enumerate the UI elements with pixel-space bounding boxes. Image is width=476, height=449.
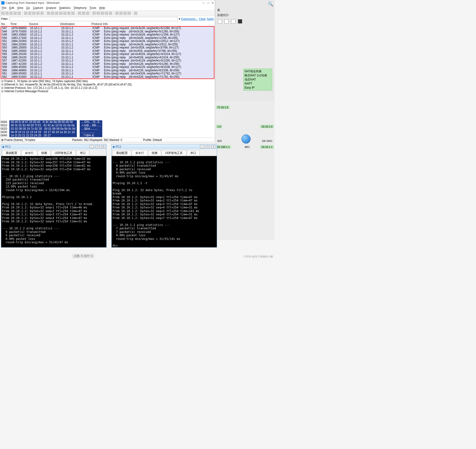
- packet-row[interactable]: 5501883.1720010.10.1.210.10.1.1ICMPEcho …: [1, 36, 214, 40]
- toolbar-icon[interactable]: [82, 12, 85, 15]
- search-icon[interactable]: 🔍: [268, 1, 273, 7]
- toolbar-icon[interactable]: [1, 12, 5, 15]
- toolbar-icon[interactable]: [92, 12, 96, 15]
- packet-row[interactable]: 5551886.2810010.10.1.110.10.1.2ICMPEcho …: [1, 53, 214, 56]
- toolbar-icon[interactable]: [109, 12, 112, 15]
- packet-row[interactable]: 5491883.1560010.10.1.110.10.1.2ICMPEcho …: [1, 33, 214, 36]
- packet-row[interactable]: 5561886.2810010.10.1.210.10.1.1ICMPEcho …: [1, 56, 214, 59]
- filter-input[interactable]: [9, 17, 178, 21]
- packet-row[interactable]: 5621889.5160010.10.1.210.10.1.1ICMPEcho …: [1, 75, 214, 79]
- filter-dropdown-icon[interactable]: ▾: [179, 17, 180, 21]
- maximize-button[interactable]: □: [207, 1, 209, 5]
- menu-tools[interactable]: Tools: [90, 6, 96, 10]
- packet-row[interactable]: 5511884.2030010.10.1.110.10.1.2ICMPEcho …: [1, 40, 214, 43]
- menu-capture[interactable]: Capture: [33, 6, 43, 10]
- packet-row[interactable]: 5601888.4690010.10.1.210.10.1.1ICMPEcho …: [1, 69, 214, 72]
- toolbar-icon[interactable]: [96, 12, 100, 15]
- toolbar-icon[interactable]: [36, 12, 40, 15]
- toolbar-icon[interactable]: [123, 12, 127, 15]
- menu-go[interactable]: Go: [26, 6, 30, 10]
- tree-item[interactable]: Frame 1: 74 bytes on wire (592 bits), 74…: [1, 79, 214, 83]
- toolbar-icon[interactable]: [78, 12, 81, 15]
- packet-tree[interactable]: Frame 1: 74 bytes on wire (592 bits), 74…: [0, 79, 215, 93]
- toolbar-icon[interactable]: [9, 12, 13, 15]
- toolbar-icon[interactable]: [59, 12, 62, 15]
- toolbar-icon[interactable]: [63, 12, 66, 15]
- col-time[interactable]: Time: [10, 22, 29, 26]
- expression-link[interactable]: Expression...: [181, 17, 198, 21]
- toolbar-icon[interactable]: [18, 12, 21, 15]
- toolbar-icon[interactable]: [32, 12, 36, 15]
- toolbar-icon[interactable]: [101, 12, 104, 15]
- toolbar-icon[interactable]: [47, 12, 50, 15]
- toolbar-icon[interactable]: [51, 12, 54, 15]
- tab-0[interactable]: 基础配置: [2, 150, 21, 156]
- menu-view[interactable]: View: [17, 6, 23, 10]
- close-button[interactable]: x: [101, 145, 105, 148]
- packet-row[interactable]: 5581887.4220010.10.1.210.10.1.1ICMPEcho …: [1, 62, 214, 66]
- toolbar-icon[interactable]: [24, 12, 27, 15]
- maximize-button[interactable]: □: [206, 145, 210, 148]
- col-source[interactable]: Source: [29, 22, 60, 26]
- tab-4[interactable]: 串口: [76, 150, 89, 156]
- menu-statistics[interactable]: Statistics: [59, 6, 71, 10]
- packet-row[interactable]: 5541885.2500010.10.1.210.10.1.1ICMPEcho …: [1, 49, 214, 53]
- tab-0[interactable]: 基础配置: [113, 150, 131, 156]
- panel-icon[interactable]: [224, 19, 229, 24]
- toolbar-icon[interactable]: [71, 12, 75, 15]
- packet-row[interactable]: 5471879.6880010.10.1.110.10.1.2ICMPEcho …: [1, 27, 214, 30]
- toolbar-icon[interactable]: [119, 12, 123, 15]
- menu-file[interactable]: File: [2, 6, 6, 10]
- close-button[interactable]: ✕: [211, 1, 214, 5]
- minimize-button[interactable]: _: [200, 145, 204, 148]
- tree-item[interactable]: Internet Control Message Protocol: [1, 90, 214, 93]
- toolbar-icon[interactable]: [40, 12, 44, 15]
- packet-row[interactable]: 5591888.4530010.10.1.110.10.1.2ICMPEcho …: [1, 66, 214, 69]
- tree-item[interactable]: Ethernet II, Src: HuaweiTe_8c:4e:8a (00:…: [1, 83, 214, 86]
- packet-row[interactable]: 5521884.2030010.10.1.210.10.1.1ICMPEcho …: [1, 43, 214, 46]
- tab-4[interactable]: 串口: [187, 150, 200, 156]
- toolbar-icon[interactable]: [28, 12, 31, 15]
- tab-3[interactable]: UDP发包工具: [51, 150, 76, 156]
- menu-analyze[interactable]: Analyze: [46, 6, 56, 10]
- toolbar-icon[interactable]: [13, 12, 17, 15]
- packet-row[interactable]: 5571887.4220010.10.1.110.10.1.2ICMPEcho …: [1, 59, 214, 62]
- pc1-terminal[interactable]: From 10.10.1.2: bytes=32 seq=256 ttl=254…: [1, 156, 106, 247]
- clear-link[interactable]: Clear: [199, 17, 206, 21]
- apply-link[interactable]: Apply: [207, 17, 214, 21]
- toolbar-icon[interactable]: [105, 12, 108, 15]
- col-proto[interactable]: Protocol: [91, 22, 103, 26]
- panel-icon[interactable]: [218, 19, 222, 24]
- tab-1[interactable]: 命令行: [21, 150, 37, 156]
- minimize-button[interactable]: —: [202, 1, 205, 5]
- menu-telephony[interactable]: Telephony: [73, 6, 87, 10]
- router-icon[interactable]: [241, 134, 251, 144]
- toolbar-icon[interactable]: [134, 12, 137, 15]
- new-topo-label[interactable]: 新建拓扑: [215, 12, 275, 18]
- close-button[interactable]: x: [211, 145, 216, 148]
- pc2-terminal[interactable]: --- 10.10.1.2 ping statistics --- 8 pack…: [112, 156, 217, 247]
- packet-list[interactable]: 5471879.6880010.10.1.110.10.1.2ICMPEcho …: [1, 26, 214, 79]
- toolbar-icon[interactable]: [5, 12, 9, 15]
- tab-2[interactable]: 组播: [148, 150, 161, 156]
- hex-dump[interactable]: 00000010002000300040 00 e0 fc df 47 25 0…: [0, 120, 215, 138]
- packet-row[interactable]: 5481879.7030010.10.1.210.10.1.1ICMPEcho …: [1, 30, 214, 33]
- packet-row[interactable]: 5531885.2500010.10.1.110.10.1.2ICMPEcho …: [1, 46, 214, 49]
- panel-icon[interactable]: [231, 19, 235, 24]
- panel-icon[interactable]: [238, 19, 242, 24]
- col-no[interactable]: No.: [1, 22, 10, 26]
- tree-item[interactable]: Internet Protocol, Src: 172.16.1.1 (172.…: [1, 86, 214, 90]
- toolbar-icon[interactable]: [67, 12, 71, 15]
- col-dest[interactable]: Destination: [60, 22, 91, 26]
- toolbar-icon[interactable]: [115, 12, 119, 15]
- toolbar-icon[interactable]: [127, 12, 131, 15]
- tab-2[interactable]: 组播: [38, 150, 51, 156]
- packet-row[interactable]: 5611889.5000010.10.1.110.10.1.2ICMPEcho …: [1, 72, 214, 75]
- menu-edit[interactable]: Edit: [9, 6, 14, 10]
- minimize-button[interactable]: _: [90, 145, 94, 148]
- tab-1[interactable]: 命令行: [132, 150, 148, 156]
- topology-canvas[interactable]: 72.16.1.0 1.0 10.10.1.0 /0/3 GE 0/0/1 AR…: [215, 101, 275, 240]
- toolbar-icon[interactable]: [55, 12, 58, 15]
- toolbar-icon[interactable]: [86, 12, 89, 15]
- col-info[interactable]: Info: [103, 22, 214, 26]
